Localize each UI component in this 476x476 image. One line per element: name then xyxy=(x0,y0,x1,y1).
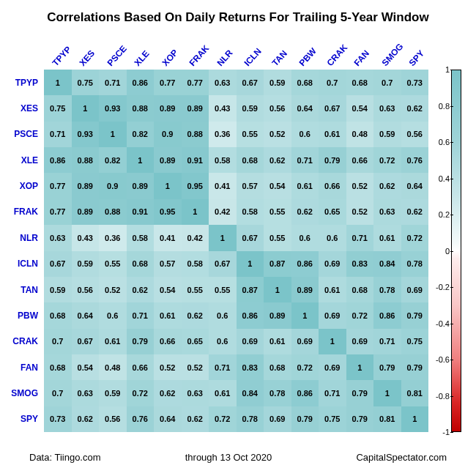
heatmap-cell: 0.43 xyxy=(209,95,237,121)
footer-credit: CapitalSpectator.com xyxy=(356,452,447,463)
y-label: CRAK xyxy=(0,329,42,354)
heatmap-cell: 0.73 xyxy=(401,70,429,95)
heatmap-cell: 0.62 xyxy=(291,199,319,225)
heatmap-cell: 0.77 xyxy=(154,70,182,95)
heatmap-cell: 0.62 xyxy=(373,173,401,198)
heatmap-cell: 0.57 xyxy=(154,251,182,277)
x-label: XLE xyxy=(127,31,155,70)
y-label: XLE xyxy=(0,147,42,173)
heatmap-cell: 0.65 xyxy=(182,329,209,354)
heatmap-cell: 0.72 xyxy=(346,302,374,328)
heatmap-cell: 0.36 xyxy=(209,122,237,147)
heatmap-cell: 0.64 xyxy=(154,406,182,432)
colorbar-tick: 0.8 xyxy=(428,102,450,111)
x-label: TAN xyxy=(264,31,291,70)
heatmap-cell: 0.66 xyxy=(154,329,182,354)
y-label: PBW xyxy=(0,302,42,328)
heatmap-cell: 0.89 xyxy=(72,173,100,198)
heatmap-cell: 1 xyxy=(209,225,237,250)
heatmap-cell: 0.61 xyxy=(154,302,182,328)
heatmap-cell: 0.54 xyxy=(154,277,182,302)
heatmap-cell: 0.69 xyxy=(346,329,374,354)
heatmap-cell: 0.55 xyxy=(209,277,237,302)
heatmap-cell: 0.69 xyxy=(319,251,346,277)
heatmap-cell: 0.63 xyxy=(209,70,237,95)
heatmap-cell: 0.78 xyxy=(264,380,291,406)
heatmap-cell: 0.91 xyxy=(182,147,209,173)
heatmap-matrix: 10.750.710.860.770.770.630.670.590.680.7… xyxy=(44,70,428,432)
heatmap-cell: 0.7 xyxy=(319,70,346,95)
heatmap-cell: 0.68 xyxy=(237,147,264,173)
heatmap-cell: 0.61 xyxy=(319,122,346,147)
heatmap-cell: 0.79 xyxy=(291,406,319,432)
heatmap-cell: 0.88 xyxy=(99,199,127,225)
heatmap-cell: 0.82 xyxy=(127,122,155,147)
heatmap-cell: 1 xyxy=(99,122,127,147)
heatmap-cell: 0.76 xyxy=(401,147,429,173)
heatmap-cell: 0.71 xyxy=(291,147,319,173)
heatmap-cell: 0.93 xyxy=(99,95,127,121)
heatmap-cell: 0.95 xyxy=(154,199,182,225)
heatmap-cell: 0.71 xyxy=(99,70,127,95)
heatmap-cell: 0.52 xyxy=(182,354,209,380)
heatmap-cell: 0.89 xyxy=(127,173,155,198)
heatmap-cell: 0.68 xyxy=(44,354,72,380)
x-label: XES xyxy=(72,31,100,70)
x-label: PBW xyxy=(291,31,319,70)
heatmap-cell: 0.62 xyxy=(182,302,209,328)
heatmap-cell: 0.89 xyxy=(154,95,182,121)
heatmap-cell: 0.72 xyxy=(291,354,319,380)
heatmap-cell: 0.6 xyxy=(319,225,346,250)
heatmap-cell: 0.91 xyxy=(127,199,155,225)
colorbar-tick: 0.4 xyxy=(428,174,450,183)
heatmap-cell: 0.79 xyxy=(401,302,429,328)
heatmap-cell: 0.72 xyxy=(209,406,237,432)
colorbar-tick: -0.4 xyxy=(428,319,450,328)
x-label: TPYP xyxy=(44,31,72,70)
heatmap-cell: 0.68 xyxy=(127,251,155,277)
heatmap-cell: 0.58 xyxy=(237,199,264,225)
heatmap-cell: 0.72 xyxy=(373,147,401,173)
heatmap-cell: 0.6 xyxy=(209,302,237,328)
heatmap-cell: 0.63 xyxy=(182,380,209,406)
x-label: CRAK xyxy=(319,31,346,70)
heatmap-cell: 0.62 xyxy=(72,406,100,432)
y-axis-labels: TPYPXESPSCEXLEXOPFRAKNLRICLNTANPBWCRAKFA… xyxy=(0,70,42,432)
heatmap-cell: 0.79 xyxy=(346,406,374,432)
heatmap-cell: 1 xyxy=(127,147,155,173)
x-label: SPY xyxy=(401,31,429,70)
heatmap-cell: 0.68 xyxy=(44,302,72,328)
heatmap-cell: 0.59 xyxy=(373,122,401,147)
heatmap-cell: 0.9 xyxy=(99,173,127,198)
heatmap-cell: 0.66 xyxy=(127,354,155,380)
x-label: PSCE xyxy=(99,31,127,70)
heatmap-cell: 1 xyxy=(291,302,319,328)
heatmap-cell: 0.52 xyxy=(346,173,374,198)
heatmap-cell: 0.86 xyxy=(44,147,72,173)
heatmap-cell: 0.48 xyxy=(99,354,127,380)
heatmap-cell: 0.79 xyxy=(127,329,155,354)
heatmap-cell: 0.56 xyxy=(401,122,429,147)
heatmap-cell: 0.67 xyxy=(319,95,346,121)
heatmap-cell: 0.63 xyxy=(373,199,401,225)
heatmap-cell: 1 xyxy=(346,354,374,380)
heatmap-cell: 0.42 xyxy=(209,199,237,225)
heatmap-cell: 0.52 xyxy=(264,122,291,147)
heatmap-cell: 0.86 xyxy=(291,251,319,277)
heatmap-cell: 0.63 xyxy=(373,95,401,121)
heatmap-cell: 0.67 xyxy=(209,251,237,277)
heatmap-cell: 0.89 xyxy=(154,147,182,173)
heatmap-cell: 0.64 xyxy=(401,173,429,198)
heatmap-cell: 0.62 xyxy=(127,277,155,302)
footer: Data: Tiingo.com through 13 Oct 2020 Cap… xyxy=(29,452,447,463)
heatmap-cell: 0.55 xyxy=(264,225,291,250)
heatmap-cell: 0.81 xyxy=(373,406,401,432)
heatmap-cell: 0.87 xyxy=(237,277,264,302)
colorbar-tick: -1 xyxy=(428,428,450,436)
heatmap-cell: 0.71 xyxy=(127,302,155,328)
heatmap-cell: 0.75 xyxy=(72,70,100,95)
heatmap-cell: 0.69 xyxy=(291,329,319,354)
x-label: ICLN xyxy=(237,31,264,70)
heatmap-cell: 0.61 xyxy=(209,380,237,406)
heatmap-cell: 0.7 xyxy=(373,70,401,95)
